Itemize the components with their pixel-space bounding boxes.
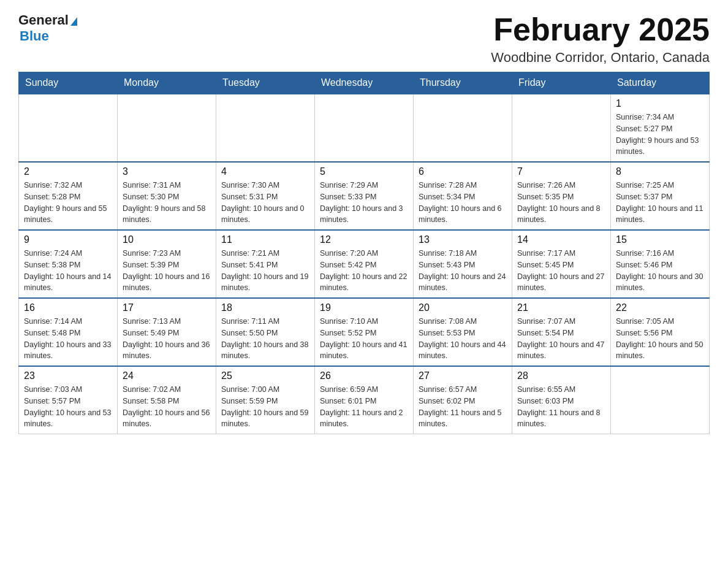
weekday-header-friday: Friday <box>512 72 611 94</box>
day-number: 27 <box>419 370 507 381</box>
weekday-header-sunday: Sunday <box>19 72 118 94</box>
day-info: Sunrise: 7:14 AM Sunset: 5:48 PM Dayligh… <box>24 316 112 362</box>
calendar-week-row: 2Sunrise: 7:32 AM Sunset: 5:28 PM Daylig… <box>19 162 710 230</box>
calendar-cell: 13Sunrise: 7:18 AM Sunset: 5:43 PM Dayli… <box>414 230 512 298</box>
calendar-cell: 18Sunrise: 7:11 AM Sunset: 5:50 PM Dayli… <box>216 298 315 366</box>
day-info: Sunrise: 7:17 AM Sunset: 5:45 PM Dayligh… <box>517 248 605 294</box>
calendar-cell <box>216 94 315 162</box>
day-number: 28 <box>517 370 605 381</box>
calendar-week-row: 16Sunrise: 7:14 AM Sunset: 5:48 PM Dayli… <box>19 298 710 366</box>
day-info: Sunrise: 6:59 AM Sunset: 6:01 PM Dayligh… <box>320 384 408 430</box>
day-info: Sunrise: 7:20 AM Sunset: 5:42 PM Dayligh… <box>320 248 408 294</box>
day-number: 25 <box>221 370 309 381</box>
day-number: 22 <box>616 302 704 313</box>
calendar-cell: 28Sunrise: 6:55 AM Sunset: 6:03 PM Dayli… <box>512 366 611 434</box>
calendar-cell: 24Sunrise: 7:02 AM Sunset: 5:58 PM Dayli… <box>118 366 216 434</box>
weekday-header-tuesday: Tuesday <box>216 72 315 94</box>
day-number: 9 <box>24 234 112 245</box>
day-info: Sunrise: 7:00 AM Sunset: 5:59 PM Dayligh… <box>221 384 309 430</box>
day-info: Sunrise: 7:08 AM Sunset: 5:53 PM Dayligh… <box>419 316 507 362</box>
day-number: 3 <box>123 166 211 177</box>
month-title: February 2025 <box>491 12 710 47</box>
calendar-week-row: 9Sunrise: 7:24 AM Sunset: 5:38 PM Daylig… <box>19 230 710 298</box>
day-info: Sunrise: 7:13 AM Sunset: 5:49 PM Dayligh… <box>123 316 211 362</box>
day-info: Sunrise: 6:55 AM Sunset: 6:03 PM Dayligh… <box>517 384 605 430</box>
weekday-header-wednesday: Wednesday <box>315 72 414 94</box>
day-number: 20 <box>419 302 507 313</box>
calendar-cell: 20Sunrise: 7:08 AM Sunset: 5:53 PM Dayli… <box>414 298 512 366</box>
calendar-table: SundayMondayTuesdayWednesdayThursdayFrid… <box>18 72 710 434</box>
calendar-cell: 17Sunrise: 7:13 AM Sunset: 5:49 PM Dayli… <box>118 298 216 366</box>
title-block: February 2025 Woodbine Corridor, Ontario… <box>491 12 710 66</box>
day-number: 5 <box>320 166 408 177</box>
day-info: Sunrise: 7:02 AM Sunset: 5:58 PM Dayligh… <box>123 384 211 430</box>
calendar-cell: 12Sunrise: 7:20 AM Sunset: 5:42 PM Dayli… <box>315 230 414 298</box>
day-info: Sunrise: 7:18 AM Sunset: 5:43 PM Dayligh… <box>419 248 507 294</box>
logo-arrow-icon <box>70 17 77 26</box>
calendar-cell: 4Sunrise: 7:30 AM Sunset: 5:31 PM Daylig… <box>216 162 315 230</box>
day-number: 26 <box>320 370 408 381</box>
calendar-cell: 16Sunrise: 7:14 AM Sunset: 5:48 PM Dayli… <box>19 298 118 366</box>
calendar-cell: 22Sunrise: 7:05 AM Sunset: 5:56 PM Dayli… <box>611 298 710 366</box>
day-info: Sunrise: 7:32 AM Sunset: 5:28 PM Dayligh… <box>24 180 112 226</box>
day-info: Sunrise: 7:11 AM Sunset: 5:50 PM Dayligh… <box>221 316 309 362</box>
day-info: Sunrise: 7:30 AM Sunset: 5:31 PM Dayligh… <box>221 180 309 226</box>
day-info: Sunrise: 7:05 AM Sunset: 5:56 PM Dayligh… <box>616 316 704 362</box>
calendar-cell <box>118 94 216 162</box>
calendar-cell: 1Sunrise: 7:34 AM Sunset: 5:27 PM Daylig… <box>611 94 710 162</box>
day-number: 2 <box>24 166 112 177</box>
calendar-cell: 5Sunrise: 7:29 AM Sunset: 5:33 PM Daylig… <box>315 162 414 230</box>
day-number: 12 <box>320 234 408 245</box>
day-number: 4 <box>221 166 309 177</box>
calendar-cell <box>315 94 414 162</box>
day-number: 23 <box>24 370 112 381</box>
calendar-week-row: 1Sunrise: 7:34 AM Sunset: 5:27 PM Daylig… <box>19 94 710 162</box>
day-info: Sunrise: 7:24 AM Sunset: 5:38 PM Dayligh… <box>24 248 112 294</box>
calendar-cell: 21Sunrise: 7:07 AM Sunset: 5:54 PM Dayli… <box>512 298 611 366</box>
day-number: 19 <box>320 302 408 313</box>
day-info: Sunrise: 7:21 AM Sunset: 5:41 PM Dayligh… <box>221 248 309 294</box>
day-number: 17 <box>123 302 211 313</box>
weekday-header-saturday: Saturday <box>611 72 710 94</box>
day-number: 16 <box>24 302 112 313</box>
day-number: 10 <box>123 234 211 245</box>
day-info: Sunrise: 7:23 AM Sunset: 5:39 PM Dayligh… <box>123 248 211 294</box>
calendar-cell: 25Sunrise: 7:00 AM Sunset: 5:59 PM Dayli… <box>216 366 315 434</box>
day-number: 1 <box>616 98 704 109</box>
location-title: Woodbine Corridor, Ontario, Canada <box>491 50 710 66</box>
calendar-cell: 23Sunrise: 7:03 AM Sunset: 5:57 PM Dayli… <box>19 366 118 434</box>
day-info: Sunrise: 7:10 AM Sunset: 5:52 PM Dayligh… <box>320 316 408 362</box>
calendar-cell: 26Sunrise: 6:59 AM Sunset: 6:01 PM Dayli… <box>315 366 414 434</box>
day-info: Sunrise: 7:25 AM Sunset: 5:37 PM Dayligh… <box>616 180 704 226</box>
day-number: 11 <box>221 234 309 245</box>
day-number: 15 <box>616 234 704 245</box>
day-number: 18 <box>221 302 309 313</box>
day-info: Sunrise: 7:07 AM Sunset: 5:54 PM Dayligh… <box>517 316 605 362</box>
calendar-cell: 2Sunrise: 7:32 AM Sunset: 5:28 PM Daylig… <box>19 162 118 230</box>
day-number: 24 <box>123 370 211 381</box>
calendar-cell <box>414 94 512 162</box>
calendar-cell: 27Sunrise: 6:57 AM Sunset: 6:02 PM Dayli… <box>414 366 512 434</box>
day-info: Sunrise: 7:29 AM Sunset: 5:33 PM Dayligh… <box>320 180 408 226</box>
day-number: 6 <box>419 166 507 177</box>
weekday-header-thursday: Thursday <box>414 72 512 94</box>
calendar-header-row: SundayMondayTuesdayWednesdayThursdayFrid… <box>19 72 710 94</box>
day-number: 13 <box>419 234 507 245</box>
day-info: Sunrise: 6:57 AM Sunset: 6:02 PM Dayligh… <box>419 384 507 430</box>
calendar-week-row: 23Sunrise: 7:03 AM Sunset: 5:57 PM Dayli… <box>19 366 710 434</box>
calendar-cell: 10Sunrise: 7:23 AM Sunset: 5:39 PM Dayli… <box>118 230 216 298</box>
calendar-cell <box>611 366 710 434</box>
day-info: Sunrise: 7:28 AM Sunset: 5:34 PM Dayligh… <box>419 180 507 226</box>
day-number: 14 <box>517 234 605 245</box>
calendar-cell: 15Sunrise: 7:16 AM Sunset: 5:46 PM Dayli… <box>611 230 710 298</box>
weekday-header-monday: Monday <box>118 72 216 94</box>
logo: General Blue <box>18 12 77 44</box>
calendar-cell: 7Sunrise: 7:26 AM Sunset: 5:35 PM Daylig… <box>512 162 611 230</box>
day-number: 7 <box>517 166 605 177</box>
calendar-cell: 3Sunrise: 7:31 AM Sunset: 5:30 PM Daylig… <box>118 162 216 230</box>
calendar-cell <box>512 94 611 162</box>
calendar-cell: 8Sunrise: 7:25 AM Sunset: 5:37 PM Daylig… <box>611 162 710 230</box>
day-info: Sunrise: 7:31 AM Sunset: 5:30 PM Dayligh… <box>123 180 211 226</box>
page-header: General Blue February 2025 Woodbine Corr… <box>18 12 710 66</box>
calendar-cell: 19Sunrise: 7:10 AM Sunset: 5:52 PM Dayli… <box>315 298 414 366</box>
